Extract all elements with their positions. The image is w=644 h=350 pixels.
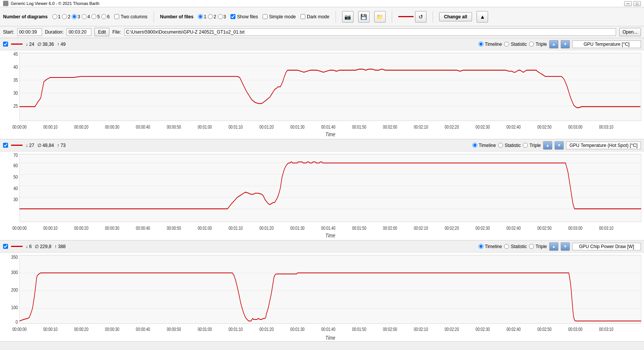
chart1-min: ↓ 24	[26, 42, 34, 47]
svg-text:00:03:10: 00:03:10	[599, 327, 613, 332]
chart1-checkbox[interactable]	[3, 42, 8, 47]
svg-text:00:01:10: 00:01:10	[229, 124, 243, 129]
svg-text:00:02:50: 00:02:50	[537, 226, 552, 231]
two-columns-checkbox[interactable]: Two columns	[114, 14, 148, 19]
svg-text:00:02:20: 00:02:20	[445, 226, 459, 231]
chart2-timeline-radio[interactable]: Timeline	[472, 143, 496, 148]
svg-text:45: 45	[13, 51, 18, 57]
svg-text:200: 200	[11, 287, 18, 293]
chart1-triple-radio[interactable]: Triple	[529, 42, 547, 47]
chart3-timeline-radio[interactable]: Timeline	[479, 244, 502, 249]
svg-text:70: 70	[13, 152, 18, 158]
camera-button[interactable]: 📷	[342, 11, 354, 23]
svg-text:40: 40	[13, 64, 18, 70]
chart1-max: ↑ 49	[57, 42, 66, 47]
svg-text:100: 100	[11, 305, 18, 310]
chart3-up-btn[interactable]: ▲	[549, 242, 558, 251]
dark-mode-checkbox[interactable]: Dark mode	[300, 14, 329, 19]
folder-button[interactable]: 📁	[374, 11, 386, 23]
chart1-avg: ∅ 38,36	[37, 42, 54, 47]
svg-text:00:01:20: 00:01:20	[260, 226, 274, 231]
svg-text:50: 50	[13, 174, 18, 180]
duration-input[interactable]	[67, 28, 91, 36]
chart1-title: GPU Temperature [°C]	[572, 40, 641, 48]
red-line-indicator	[398, 16, 414, 17]
svg-text:00:02:40: 00:02:40	[506, 124, 521, 129]
chart-panel-1: ↓ 24 ∅ 38,36 ↑ 49 Timeline Statistic Tri…	[0, 38, 644, 139]
separator1	[154, 11, 154, 23]
chart2-up-btn[interactable]: ▲	[543, 141, 552, 150]
chart2-down-btn[interactable]: ▼	[555, 141, 564, 150]
chart1-controls: Timeline Statistic Triple ▲ ▼ GPU Temper…	[479, 40, 641, 48]
svg-text:00:02:40: 00:02:40	[506, 327, 521, 332]
diagram-4[interactable]: 4	[82, 14, 90, 19]
svg-text:00:00:40: 00:00:40	[136, 124, 150, 129]
chart-header-1: ↓ 24 ∅ 38,36 ↑ 49 Timeline Statistic Tri…	[0, 38, 644, 50]
start-label: Start:	[3, 29, 14, 35]
svg-text:00:00:50: 00:00:50	[167, 226, 181, 231]
chart2-avg: ∅ 48,84	[37, 143, 54, 148]
svg-text:00:00:10: 00:00:10	[43, 327, 57, 332]
show-files-checkbox[interactable]: Show files	[230, 14, 258, 19]
svg-text:00:03:00: 00:03:00	[568, 124, 582, 129]
svg-text:00:02:10: 00:02:10	[414, 226, 428, 231]
file-bar: Start: Duration: Edit File: Open...	[0, 26, 644, 38]
svg-text:00:02:20: 00:02:20	[445, 327, 459, 332]
file-path-input[interactable]	[124, 28, 616, 36]
svg-text:00:01:00: 00:01:00	[198, 226, 212, 231]
files-3[interactable]: 3	[218, 14, 226, 19]
svg-text:00:02:00: 00:02:00	[383, 226, 397, 231]
svg-text:Time: Time	[325, 335, 335, 341]
chart2-statistic-radio[interactable]: Statistic	[498, 143, 521, 148]
svg-rect-63	[19, 255, 641, 324]
svg-text:00:00:30: 00:00:30	[105, 124, 119, 129]
svg-text:300: 300	[11, 269, 18, 275]
diagram-1[interactable]: 1	[52, 14, 61, 19]
chart1-down-btn[interactable]: ▼	[561, 40, 570, 48]
svg-text:00:01:20: 00:01:20	[260, 327, 274, 332]
svg-text:00:00:20: 00:00:20	[74, 226, 88, 231]
edit-button[interactable]: Edit	[94, 28, 109, 36]
svg-text:Time: Time	[325, 232, 335, 239]
svg-text:00:01:40: 00:01:40	[321, 226, 335, 231]
separator2	[336, 11, 336, 23]
num-files-label: Number of files	[160, 14, 193, 19]
files-1[interactable]: 1	[198, 14, 206, 19]
chart2-triple-radio[interactable]: Triple	[523, 143, 541, 148]
change-all-up-button[interactable]: ▲	[477, 11, 488, 23]
svg-rect-31	[19, 154, 641, 222]
svg-text:00:02:50: 00:02:50	[537, 327, 552, 332]
refresh-button[interactable]: ↺	[415, 11, 427, 23]
maximize-button[interactable]: □	[633, 1, 641, 6]
simple-mode-checkbox[interactable]: Simple mode	[263, 14, 296, 19]
chart3-line	[11, 246, 23, 247]
chart3-triple-radio[interactable]: Triple	[529, 244, 547, 249]
open-button[interactable]: Open...	[619, 28, 641, 36]
minimize-button[interactable]: ─	[624, 1, 632, 6]
svg-text:00:00:20: 00:00:20	[74, 124, 88, 129]
chart3-down-btn[interactable]: ▼	[561, 242, 570, 251]
chart2-body: 70 60 50 40 30 00:00:00 00:00:10 00:00:2…	[0, 152, 644, 240]
svg-text:00:01:30: 00:01:30	[290, 124, 305, 129]
chart3-checkbox[interactable]	[3, 244, 8, 249]
chart3-statistic-radio[interactable]: Statistic	[504, 244, 527, 249]
chart1-timeline-radio[interactable]: Timeline	[479, 42, 502, 47]
save-button[interactable]: 💾	[358, 11, 370, 23]
num-diagrams-group: 1 2 3 4 5 6	[52, 14, 110, 19]
app-title: Generic Log Viewer 6.0 - © 2021 Thomas B…	[11, 1, 99, 6]
diagram-6[interactable]: 6	[101, 14, 110, 19]
diagram-3[interactable]: 3	[72, 14, 80, 19]
change-all-button[interactable]: Change all	[439, 12, 472, 21]
svg-text:Time: Time	[325, 131, 335, 138]
svg-text:00:00:30: 00:00:30	[105, 327, 119, 332]
chart1-statistic-radio[interactable]: Statistic	[504, 42, 527, 47]
diagram-5[interactable]: 5	[91, 14, 100, 19]
files-2[interactable]: 2	[208, 14, 216, 19]
diagram-2[interactable]: 2	[62, 14, 70, 19]
chart-panel-2: ↓ 27 ∅ 48,84 ↑ 73 Timeline Statistic Tri…	[0, 139, 644, 240]
chart2-checkbox[interactable]	[3, 143, 8, 148]
start-input[interactable]	[17, 28, 42, 36]
chart3-avg: ∅ 229,8	[35, 244, 51, 249]
chart1-up-btn[interactable]: ▲	[549, 40, 558, 48]
svg-rect-0	[19, 53, 641, 121]
